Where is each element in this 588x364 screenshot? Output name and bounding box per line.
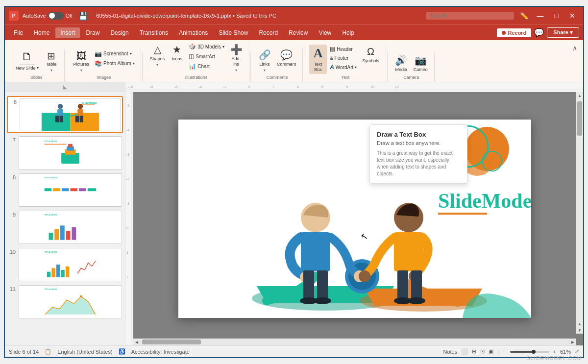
svg-rect-22 bbox=[80, 116, 83, 122]
spell-check-icon[interactable]: 📋 bbox=[45, 348, 51, 355]
svg-text:-5: -5 bbox=[126, 104, 129, 107]
zoom-out-icon[interactable]: − bbox=[503, 349, 506, 355]
symbols-button[interactable]: Ω Symbols bbox=[360, 45, 382, 65]
search-input[interactable] bbox=[426, 12, 514, 20]
svg-rect-32 bbox=[45, 188, 52, 191]
menu-home[interactable]: Home bbox=[29, 27, 54, 38]
menu-design[interactable]: Design bbox=[105, 27, 133, 38]
slide-item-10[interactable]: 10 TITLE HERE bbox=[7, 247, 123, 282]
tooltip-title: Draw a Text Box bbox=[377, 131, 460, 138]
scroll-up-button[interactable]: ▲ bbox=[576, 92, 583, 99]
svg-text:-2: -2 bbox=[126, 177, 129, 181]
slide-item-7[interactable]: 7 TITLE HERE bbox=[7, 135, 123, 170]
icons-button[interactable]: ★ Icons bbox=[168, 42, 186, 63]
3d-models-button[interactable]: 🎲 3D Models ▾ bbox=[187, 42, 226, 51]
ribbon-group-images: 🖼 Pictures ▾ 📷 Screenshot ▾ 📚 Photo Albu… bbox=[67, 49, 141, 82]
shapes-button[interactable]: △ Shapes ▾ bbox=[147, 42, 168, 69]
slide-item-9[interactable]: 9 TITLE HERE bbox=[7, 210, 123, 245]
comment-button[interactable]: 💬 Comment bbox=[274, 48, 298, 69]
record-button[interactable]: Record bbox=[497, 28, 531, 37]
reading-view-icon[interactable]: ⊡ bbox=[480, 348, 485, 355]
slide-item-6[interactable]: 6 bbox=[7, 96, 123, 133]
new-slide-button[interactable]: 🗋 New Slide ▾ bbox=[13, 49, 42, 72]
screenshot-icon: 📷 bbox=[95, 50, 102, 57]
pictures-button[interactable]: 🖼 Pictures ▾ bbox=[71, 49, 92, 74]
bottom-scrollbar[interactable]: ◀ ▶ bbox=[133, 339, 576, 345]
svg-rect-17 bbox=[55, 116, 59, 122]
svg-rect-18 bbox=[60, 116, 63, 122]
save-icon[interactable]: 💾 bbox=[78, 11, 88, 21]
tooltip-body: This is a great way to get the exact tex… bbox=[377, 150, 460, 177]
menu-record[interactable]: Record bbox=[254, 27, 283, 38]
links-button[interactable]: 🔗 Links ▾ bbox=[256, 48, 273, 74]
menu-slideshow[interactable]: Slide Show bbox=[214, 27, 253, 38]
close-button[interactable]: ✕ bbox=[565, 11, 579, 21]
ribbon-collapse-button[interactable]: ∧ bbox=[570, 42, 579, 54]
accessibility-icon[interactable]: ♿ bbox=[119, 348, 125, 355]
menu-insert[interactable]: Insert bbox=[55, 27, 80, 38]
menu-transitions[interactable]: Transitions bbox=[135, 27, 173, 38]
wordart-button[interactable]: A WordArt ▾ bbox=[328, 63, 359, 72]
slide-mini-6: SlideModel bbox=[20, 98, 121, 131]
menu-review[interactable]: Review bbox=[284, 27, 313, 38]
svg-text:TITLE HERE: TITLE HERE bbox=[45, 140, 57, 143]
presenter-view-icon[interactable]: ▣ bbox=[489, 348, 493, 355]
svg-rect-16 bbox=[57, 109, 63, 117]
slide-item-8[interactable]: 8 TITLE HERE bbox=[7, 172, 123, 208]
slide-6-svg: SlideModel bbox=[20, 98, 121, 131]
screenshot-button[interactable]: 📷 Screenshot ▾ bbox=[93, 49, 137, 58]
new-slide-top[interactable]: 🗋 bbox=[19, 49, 35, 65]
menu-view[interactable]: View bbox=[314, 27, 336, 38]
ribbon-groups: 🗋 New Slide ▾ ⊞ Table ▾ Slides bbox=[9, 42, 579, 82]
normal-view-icon[interactable]: ⬜ bbox=[461, 348, 468, 355]
photo-album-button[interactable]: 📚 Photo Album ▾ bbox=[93, 59, 137, 68]
scroll-arrow-down[interactable]: ▼ bbox=[577, 327, 583, 334]
photo-album-icon: 📚 bbox=[95, 60, 102, 67]
new-slide-dropdown[interactable]: New Slide ▾ bbox=[13, 65, 42, 72]
zoom-level[interactable]: 61% bbox=[560, 349, 571, 355]
cameo-icon: 📷 bbox=[415, 54, 427, 66]
pen-icon[interactable]: ✏️ bbox=[518, 11, 530, 21]
slide-item-11[interactable]: 11 TITLE HERE bbox=[7, 284, 123, 319]
slide-sorter-icon[interactable]: ⊞ bbox=[472, 348, 476, 355]
slide-thumb-7: TITLE HERE bbox=[19, 136, 122, 170]
header-footer-button[interactable]: ▤ Header bbox=[328, 45, 359, 53]
accessibility-status[interactable]: Accessibility: Investigate bbox=[131, 349, 190, 355]
textbox-button[interactable]: A TextBox bbox=[309, 45, 327, 74]
hscroll-thumb[interactable] bbox=[142, 340, 201, 344]
menu-animations[interactable]: Animations bbox=[174, 27, 213, 38]
menu-help[interactable]: Help bbox=[337, 27, 359, 38]
language: English (United States) bbox=[57, 349, 113, 355]
cameo-button[interactable]: 📷 Cameo bbox=[411, 53, 430, 74]
autosave-toggle[interactable] bbox=[48, 12, 64, 20]
minimize-button[interactable]: — bbox=[533, 11, 548, 21]
svg-text:-2: -2 bbox=[223, 85, 226, 89]
maximize-button[interactable]: □ bbox=[551, 11, 563, 21]
comment-icon[interactable]: 💬 bbox=[534, 28, 544, 37]
scroll-thumb[interactable] bbox=[577, 101, 582, 136]
notes-button[interactable]: Notes bbox=[443, 349, 457, 355]
share-button[interactable]: Share ▾ bbox=[547, 27, 579, 38]
scroll-left-button[interactable]: ◀ bbox=[133, 340, 140, 344]
zoom-in-icon[interactable]: + bbox=[553, 349, 556, 355]
right-scrollbar[interactable]: ▲ ▲ ▼ bbox=[576, 92, 583, 334]
slide-8-svg: TITLE HERE bbox=[19, 174, 122, 206]
menu-draw[interactable]: Draw bbox=[81, 27, 104, 38]
slide-thumb-11: TITLE HERE bbox=[19, 285, 122, 318]
chart-button[interactable]: 📊 Chart bbox=[187, 62, 226, 71]
fit-slide-icon[interactable]: ⤢ bbox=[575, 348, 579, 355]
slide-9-svg: TITLE HERE bbox=[19, 211, 122, 243]
addins-button[interactable]: ➕ Add-ins ▾ bbox=[227, 42, 245, 74]
table-button[interactable]: ⊞ Table ▾ bbox=[43, 49, 60, 74]
zoom-slider[interactable] bbox=[510, 351, 549, 353]
media-button[interactable]: 🔊 Media bbox=[392, 53, 410, 74]
menu-file[interactable]: File bbox=[9, 27, 28, 38]
scroll-arrow-up2[interactable]: ▲ bbox=[577, 321, 583, 327]
slide-thumb-6: SlideModel bbox=[20, 98, 121, 131]
scroll-right-button[interactable]: ▶ bbox=[569, 340, 576, 344]
svg-rect-45 bbox=[47, 271, 50, 277]
autosave-control[interactable]: AutoSave Off bbox=[23, 12, 73, 20]
ribbon-slides-items: 🗋 New Slide ▾ ⊞ Table ▾ bbox=[13, 49, 60, 74]
smartart-button[interactable]: ◫ SmartArt bbox=[187, 52, 226, 61]
header-footer-row2[interactable]: & Footer bbox=[328, 54, 359, 62]
